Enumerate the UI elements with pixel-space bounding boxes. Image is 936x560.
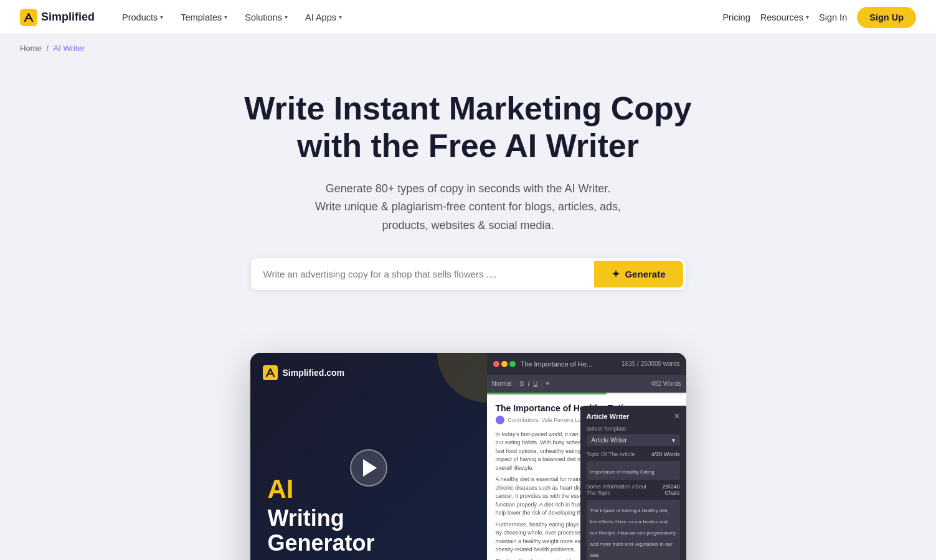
breadcrumb-home[interactable]: Home [20, 44, 42, 53]
video-logo-text: Simplified.com [283, 368, 345, 378]
doc-header-title: The Importance of He... [521, 360, 617, 368]
hero-subtitle: Generate 80+ types of copy in seconds wi… [275, 180, 661, 235]
breadcrumb-separator: / [46, 44, 49, 53]
minimize-window-icon [501, 361, 508, 367]
video-section: Simplified.com AI Writing Generator The … [0, 353, 936, 560]
ai-info-count: 29/240 Chars [653, 483, 679, 496]
hero-title: Write Instant Marketing Copy with the Fr… [232, 90, 705, 165]
maximize-window-icon [509, 361, 516, 367]
navbar: Simplified Products ▾ Templates ▾ Soluti… [0, 0, 936, 35]
play-triangle-icon [363, 459, 377, 477]
svg-rect-0 [20, 9, 37, 26]
logo-icon [20, 9, 37, 26]
ai-info-value: The impact of having a healthy diet, the… [590, 508, 676, 558]
nav-right: Pricing Resources ▾ Sign In Sign Up [722, 7, 916, 28]
ai-topic-count: 4/20 Words [651, 451, 680, 457]
doc-avatar [496, 416, 504, 424]
word-count-display: 1635 / 250000 words [622, 360, 679, 367]
toolbar-underline-icon[interactable]: U [533, 380, 537, 387]
toolbar-italic-icon[interactable]: I [527, 380, 529, 387]
template-select-chevron-icon: ▾ [672, 437, 675, 444]
video-logo-area: Simplified.com [263, 365, 345, 380]
logo-text: Simplified [41, 11, 95, 24]
ai-apps-chevron-icon: ▾ [339, 14, 342, 21]
nav-ai-apps[interactable]: AI Apps ▾ [298, 7, 349, 27]
video-title-writing: Writing [268, 506, 470, 531]
breadcrumb-current: AI Writer [54, 44, 85, 53]
nav-signin[interactable]: Sign In [819, 12, 847, 22]
search-bar: ✦ Generate [250, 258, 686, 291]
video-logo-icon [263, 365, 278, 380]
ai-info-label: Some Information About The Topic [587, 483, 654, 496]
products-chevron-icon: ▾ [160, 14, 163, 21]
nav-products[interactable]: Products ▾ [115, 7, 171, 27]
nav-templates[interactable]: Templates ▾ [173, 7, 235, 27]
logo-link[interactable]: Simplified [20, 9, 95, 26]
play-button[interactable] [350, 449, 387, 487]
toolbar-bold-icon[interactable]: B [520, 380, 524, 387]
breadcrumb: Home / AI Writer [0, 35, 936, 53]
ai-panel-close-icon[interactable]: ✕ [674, 412, 680, 421]
doc-toolbar: Normal B I U ≡ 482 Words [487, 375, 686, 393]
templates-chevron-icon: ▾ [224, 14, 227, 21]
ai-panel: Article Writer ✕ Select Template Article… [580, 406, 686, 560]
video-title-generator: Generator [268, 531, 470, 556]
resources-chevron-icon: ▾ [806, 14, 809, 21]
doc-window-controls [493, 361, 516, 367]
ai-panel-title: Article Writer [587, 413, 630, 420]
ai-panel-template-select[interactable]: Article Writer ▾ [587, 434, 680, 446]
generate-button[interactable]: ✦ Generate [594, 261, 683, 287]
video-left-panel: Simplified.com AI Writing Generator [250, 353, 487, 560]
toolbar-divider [516, 380, 516, 388]
ai-info-row: Some Information About The Topic 29/240 … [587, 483, 680, 496]
close-window-icon [493, 361, 499, 367]
video-container: Simplified.com AI Writing Generator The … [250, 353, 686, 560]
hero-section: Write Instant Marketing Copy with the Fr… [0, 53, 936, 353]
nav-solutions[interactable]: Solutions ▾ [237, 7, 295, 27]
video-accent [437, 353, 487, 403]
ai-topic-value-block: Importance of Healthy Eating [587, 461, 680, 480]
nav-resources[interactable]: Resources ▾ [760, 12, 809, 22]
ai-info-value-block: The impact of having a healthy diet, the… [587, 500, 680, 560]
nav-links: Products ▾ Templates ▾ Solutions ▾ AI Ap… [115, 7, 722, 27]
search-input[interactable] [251, 258, 592, 290]
doc-header: The Importance of He... 1635 / 250000 wo… [487, 353, 686, 375]
toolbar-align-icon[interactable]: ≡ [546, 380, 549, 387]
solutions-chevron-icon: ▾ [285, 14, 288, 21]
ai-topic-value: Importance of Healthy Eating [590, 469, 655, 475]
ai-panel-template-label: Select Template [587, 426, 680, 432]
toolbar-divider-2 [541, 380, 542, 388]
video-right-panel: The Importance of He... 1635 / 250000 wo… [487, 353, 686, 560]
ai-topic-label: Topic Of The Article [587, 451, 635, 457]
svg-rect-1 [263, 365, 278, 380]
nav-pricing[interactable]: Pricing [722, 12, 750, 22]
toolbar-word-count: 482 Words [651, 380, 681, 387]
generate-icon: ✦ [612, 268, 620, 280]
nav-signup-button[interactable]: Sign Up [857, 7, 916, 28]
ai-panel-header: Article Writer ✕ [587, 412, 680, 421]
ai-topic-row: Topic Of The Article 4/20 Words [587, 451, 680, 457]
toolbar-normal[interactable]: Normal [492, 380, 512, 387]
